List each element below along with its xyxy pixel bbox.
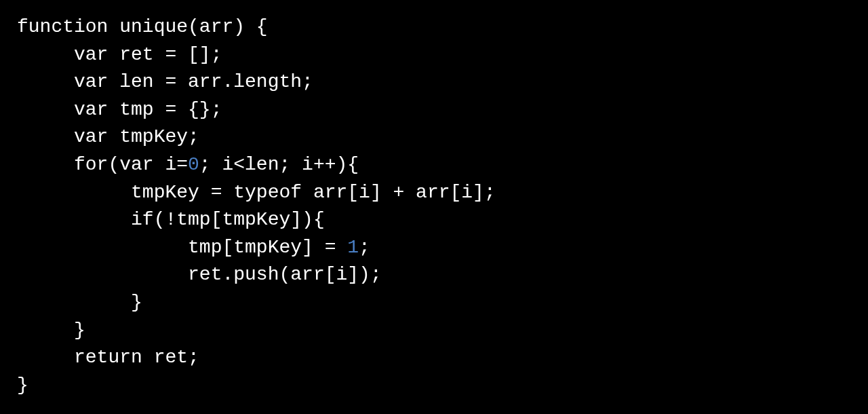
code-number: 1	[347, 237, 359, 258]
code-block: function unique(arr) { var ret = []; var…	[17, 14, 851, 399]
code-line: tmpKey = typeof arr[i] + arr[i];	[17, 179, 851, 207]
code-line: var tmp = {};	[17, 96, 851, 124]
code-text: function unique(arr) {	[17, 16, 268, 37]
code-text: ; i<len; i++){	[199, 154, 359, 175]
code-text: if(!tmp[tmpKey]){	[131, 209, 325, 230]
code-line: return ret;	[17, 344, 851, 372]
code-line: }	[17, 289, 851, 317]
code-line: var len = arr.length;	[17, 69, 851, 96]
code-line: function unique(arr) {	[17, 14, 851, 41]
code-text: ret.push(arr[i]);	[188, 264, 382, 285]
code-line: }	[17, 317, 851, 345]
code-text: var ret = [];	[74, 44, 222, 65]
code-text: tmp[tmpKey] =	[188, 237, 347, 258]
code-line: }	[17, 372, 851, 400]
code-text: }	[74, 320, 85, 341]
code-line: var tmpKey;	[17, 124, 851, 151]
code-line: if(!tmp[tmpKey]){	[17, 206, 851, 234]
code-text: }	[131, 292, 142, 313]
code-text: for(var i=	[74, 154, 188, 175]
code-line: ret.push(arr[i]);	[17, 261, 851, 289]
code-text: var tmpKey;	[74, 126, 199, 147]
code-line: for(var i=0; i<len; i++){	[17, 151, 851, 179]
code-number: 0	[188, 154, 199, 175]
code-text: var len = arr.length;	[74, 71, 313, 92]
code-text: tmpKey = typeof arr[i] + arr[i];	[131, 182, 496, 203]
code-text: var tmp = {};	[74, 99, 222, 120]
code-text: }	[17, 375, 28, 396]
code-line: var ret = [];	[17, 41, 851, 69]
code-text: ;	[359, 237, 370, 258]
code-text: return ret;	[74, 347, 199, 368]
code-line: tmp[tmpKey] = 1;	[17, 234, 851, 262]
